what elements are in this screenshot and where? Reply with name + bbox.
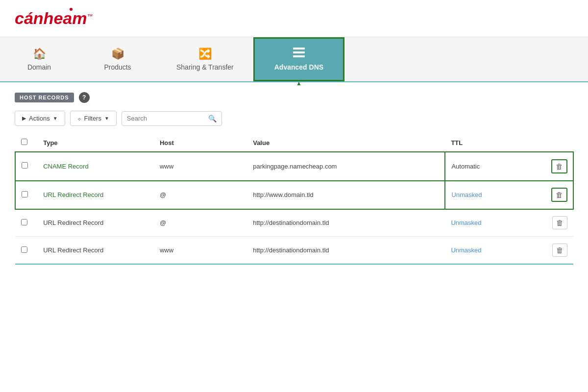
help-button[interactable]: ? xyxy=(79,92,90,103)
row-checkbox[interactable] xyxy=(21,219,27,225)
actions-label: Actions xyxy=(29,115,50,122)
table-header-row: Type Host Value TTL xyxy=(15,134,573,152)
col-header-checkbox xyxy=(15,134,37,152)
tab-domain[interactable]: 🏠 Domain xyxy=(0,37,78,81)
table-row: URL Redirect Record@http://destinationdo… xyxy=(15,209,573,237)
tab-domain-label: Domain xyxy=(27,63,51,71)
nav-tabs: 🏠 Domain 📦 Products 🔀 Sharing & Transfer… xyxy=(0,37,588,82)
row-host: www xyxy=(154,237,247,265)
actions-button[interactable]: ▶ Actions ▼ xyxy=(15,111,65,126)
row-value: http://www.domain.tld xyxy=(247,181,445,209)
content-area: HOST RECORDS ? ▶ Actions ▼ ⬦ Filters ▼ 🔍… xyxy=(0,82,588,274)
filter-icon: ⬦ xyxy=(77,115,81,122)
row-value: parkingpage.namecheap.com xyxy=(247,152,445,181)
row-action-cell: 🗑 xyxy=(539,237,573,265)
tab-advanced-dns[interactable]: Advanced DNS xyxy=(253,37,344,81)
table-body: CNAME Recordwwwparkingpage.namecheap.com… xyxy=(15,152,573,264)
delete-button[interactable]: 🗑 xyxy=(552,244,567,257)
row-type: URL Redirect Record xyxy=(37,209,154,237)
products-icon: 📦 xyxy=(111,48,124,60)
filters-chevron-icon: ▼ xyxy=(104,116,109,121)
table-row: URL Redirect Recordwwwhttp://destination… xyxy=(15,237,573,265)
col-header-ttl: TTL xyxy=(445,134,538,152)
search-box: 🔍 xyxy=(122,111,222,126)
svg-rect-1 xyxy=(293,51,305,53)
table-row: URL Redirect Record@http://www.domain.tl… xyxy=(15,181,573,209)
row-host: @ xyxy=(154,209,247,237)
search-input[interactable] xyxy=(127,115,205,122)
filters-label: Filters xyxy=(84,115,101,122)
col-header-action xyxy=(539,134,573,152)
row-host: @ xyxy=(154,181,247,209)
row-checkbox-cell xyxy=(15,181,37,209)
row-checkbox[interactable] xyxy=(21,246,27,253)
row-action-cell: 🗑 xyxy=(539,209,573,237)
sharing-icon: 🔀 xyxy=(198,48,212,60)
delete-button[interactable]: 🗑 xyxy=(551,159,567,173)
header: cánheam™ xyxy=(0,0,588,37)
row-checkbox-cell xyxy=(15,152,37,181)
delete-button[interactable]: 🗑 xyxy=(552,216,567,229)
row-checkbox[interactable] xyxy=(22,191,28,197)
row-ttl[interactable]: Unmasked xyxy=(445,237,538,265)
col-header-type: Type xyxy=(37,134,154,152)
delete-button[interactable]: 🗑 xyxy=(551,188,567,202)
row-value: http://destinationdomain.tld xyxy=(247,209,445,237)
row-value: http://destinationdomain.tld xyxy=(247,237,445,265)
row-type: URL Redirect Record xyxy=(37,237,154,265)
tab-advanced-dns-label: Advanced DNS xyxy=(274,63,323,71)
row-host: www xyxy=(154,152,247,181)
play-icon: ▶ xyxy=(22,115,26,122)
host-records-badge: HOST RECORDS xyxy=(15,93,74,102)
tab-products-label: Products xyxy=(104,63,131,71)
row-ttl[interactable]: Unmasked xyxy=(445,209,538,237)
col-header-host: Host xyxy=(154,134,247,152)
row-checkbox-cell xyxy=(15,237,37,265)
actions-chevron-icon: ▼ xyxy=(53,116,58,121)
row-type: CNAME Record xyxy=(37,152,154,181)
section-header: HOST RECORDS ? xyxy=(15,92,573,103)
records-table: Type Host Value TTL CNAME Recordwwwparki… xyxy=(15,134,573,265)
col-header-value: Value xyxy=(247,134,445,152)
row-type: URL Redirect Record xyxy=(37,181,154,209)
row-checkbox[interactable] xyxy=(22,162,28,169)
row-checkbox-cell xyxy=(15,209,37,237)
row-action-cell: 🗑 xyxy=(539,152,573,181)
toolbar: ▶ Actions ▼ ⬦ Filters ▼ 🔍 xyxy=(15,111,573,126)
logo: cánheam™ xyxy=(15,9,573,28)
filters-button[interactable]: ⬦ Filters ▼ xyxy=(70,111,117,126)
trademark: ™ xyxy=(87,13,93,20)
domain-icon: 🏠 xyxy=(33,48,46,60)
search-icon: 🔍 xyxy=(208,115,217,122)
advanced-dns-icon xyxy=(293,48,305,60)
row-ttl[interactable]: Unmasked xyxy=(445,181,538,209)
table-row: CNAME Recordwwwparkingpage.namecheap.com… xyxy=(15,152,573,181)
row-ttl: Automatic xyxy=(445,152,538,181)
select-all-checkbox[interactable] xyxy=(21,139,27,145)
svg-rect-2 xyxy=(293,55,305,57)
svg-rect-0 xyxy=(293,48,305,49)
tab-sharing[interactable]: 🔀 Sharing & Transfer xyxy=(157,37,253,81)
tab-products[interactable]: 📦 Products xyxy=(78,37,157,81)
tab-sharing-label: Sharing & Transfer xyxy=(176,63,234,71)
row-action-cell: 🗑 xyxy=(539,181,573,209)
